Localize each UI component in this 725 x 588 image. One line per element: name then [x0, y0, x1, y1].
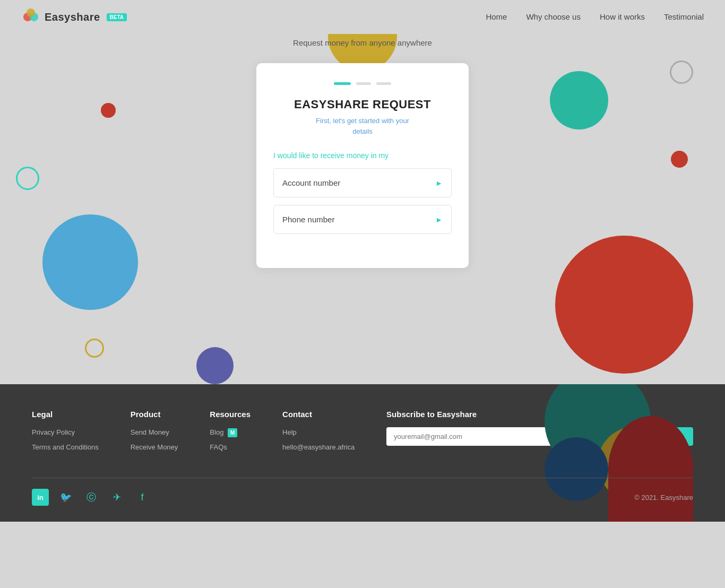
- footer: Legal Privacy Policy Terms and Condition…: [0, 384, 725, 522]
- nav-links: Home Why choose us How it works Testimon…: [486, 12, 704, 22]
- instagram-icon[interactable]: ⓒ: [83, 489, 100, 506]
- beta-badge: BETA: [107, 13, 127, 21]
- footer-contact-heading: Contact: [282, 410, 355, 419]
- request-card: EASYSHARE REQUEST First, let's get start…: [256, 63, 469, 268]
- account-number-label: Account number: [282, 178, 340, 187]
- account-number-arrow-icon: ►: [435, 179, 443, 187]
- phone-number-option[interactable]: Phone number ►: [273, 205, 452, 234]
- phone-number-arrow-icon: ►: [435, 215, 443, 224]
- footer-terms-link[interactable]: Terms and Conditions: [32, 442, 99, 453]
- account-number-option[interactable]: Account number ►: [273, 168, 452, 197]
- step-1: [334, 82, 351, 85]
- deco-circle-purple: [196, 347, 234, 384]
- card-title: EASYSHARE REQUEST: [273, 98, 452, 111]
- blog-badge: M: [228, 428, 237, 437]
- footer-help-link[interactable]: Help: [282, 427, 355, 438]
- nav-how[interactable]: How it works: [600, 12, 645, 21]
- deco-circle-gold-outline: [85, 339, 104, 358]
- logo-icon: [21, 7, 40, 27]
- logo-area: Easyshare BETA: [21, 7, 127, 27]
- deco-circle-blue-large: [42, 214, 138, 310]
- footer-send-money-link[interactable]: Send Money: [131, 427, 178, 438]
- footer-legal-heading: Legal: [32, 410, 99, 419]
- deco-circle-teal-large: [550, 71, 608, 129]
- footer-faqs-link[interactable]: FAQs: [210, 442, 251, 453]
- footer-bottom: in 🐦 ⓒ ✈ f © 2021. Easyshare: [32, 478, 693, 506]
- copyright-text: © 2021. Easyshare: [634, 494, 693, 501]
- deco-circle-red-huge: [555, 236, 693, 374]
- social-links: in 🐦 ⓒ ✈ f: [32, 489, 151, 506]
- footer-privacy-link[interactable]: Privacy Policy: [32, 427, 99, 438]
- phone-number-label: Phone number: [282, 215, 334, 224]
- nav-home[interactable]: Home: [486, 12, 507, 21]
- footer-deco-darkred: [608, 416, 693, 522]
- card-steps: [273, 82, 452, 85]
- nav-testimonial[interactable]: Testimonial: [664, 12, 704, 21]
- footer-email: hello@easyshare.africa: [282, 442, 355, 453]
- deco-circle-red-medium: [671, 151, 688, 168]
- twitter-icon[interactable]: 🐦: [57, 489, 74, 506]
- hero-subtitle: Request money from anyone anywhere: [293, 38, 432, 47]
- card-subtitle: First, let's get started with your detai…: [273, 116, 452, 136]
- facebook-icon[interactable]: f: [134, 489, 151, 506]
- hero-section: Request money from anyone anywhere EASYS…: [0, 34, 725, 384]
- footer-product: Product Send Money Receive Money: [131, 410, 178, 456]
- step-2: [356, 82, 371, 85]
- footer-resources-heading: Resources: [210, 410, 251, 419]
- footer-product-heading: Product: [131, 410, 178, 419]
- footer-receive-money-link[interactable]: Receive Money: [131, 442, 178, 453]
- svg-point-2: [27, 8, 35, 17]
- logo-text: Easyshare: [45, 11, 100, 23]
- deco-circle-teal-outline: [16, 167, 39, 190]
- linkedin-icon[interactable]: in: [32, 489, 49, 506]
- navbar: Easyshare BETA Home Why choose us How it…: [0, 0, 725, 34]
- footer-blog-link[interactable]: Blog M: [210, 427, 251, 438]
- deco-circle-white-outline: [670, 60, 693, 84]
- footer-resources: Resources Blog M FAQs: [210, 410, 251, 456]
- deco-circle-red-small: [101, 103, 116, 118]
- nav-why[interactable]: Why choose us: [526, 12, 581, 21]
- footer-legal: Legal Privacy Policy Terms and Condition…: [32, 410, 99, 456]
- telegram-icon[interactable]: ✈: [108, 489, 125, 506]
- card-label: I would like to receive money in my: [273, 151, 452, 160]
- footer-contact: Contact Help hello@easyshare.africa: [282, 410, 355, 456]
- step-3: [376, 82, 391, 85]
